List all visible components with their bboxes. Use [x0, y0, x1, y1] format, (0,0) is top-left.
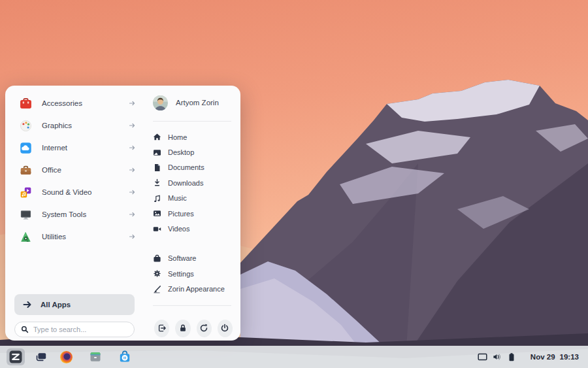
desktop-icon	[153, 148, 161, 157]
monitor-icon	[20, 209, 32, 221]
music-note-icon	[153, 194, 161, 203]
app-menu-panel: Accessories Graphics Internet	[5, 86, 240, 341]
avatar	[153, 95, 168, 110]
power-button[interactable]	[218, 320, 233, 337]
category-accessories[interactable]: Accessories	[5, 92, 144, 114]
place-label: Music	[168, 194, 187, 202]
place-label: Pictures	[168, 210, 194, 218]
chevron-right-icon	[128, 166, 136, 174]
software-store-icon	[118, 350, 131, 363]
chevron-right-icon	[128, 99, 136, 107]
picture-icon	[153, 209, 161, 218]
files-button[interactable]	[89, 350, 102, 363]
arrow-right-icon	[22, 299, 33, 310]
home-icon	[153, 133, 161, 141]
menu-item-label: Software	[168, 254, 196, 262]
system-tray: Nov 29 19:13	[478, 352, 581, 362]
category-label: Internet	[42, 144, 67, 152]
place-music[interactable]: Music	[153, 191, 233, 206]
place-label: Videos	[168, 225, 189, 233]
battery-icon[interactable]	[507, 352, 516, 362]
menu-item-settings[interactable]: Settings	[153, 266, 233, 281]
category-utilities[interactable]: Utilities	[5, 226, 144, 248]
restart-icon	[199, 324, 208, 333]
chevron-right-icon	[128, 233, 136, 241]
utilities-icon	[20, 231, 32, 243]
search-icon	[21, 326, 29, 333]
category-label: System Tools	[42, 210, 86, 218]
user-account[interactable]: Artyom Zorin	[153, 95, 233, 110]
video-camera-icon	[153, 225, 161, 233]
taskbar: Nov 29 19:13	[0, 346, 588, 368]
download-icon	[153, 178, 161, 187]
software-store-button[interactable]	[118, 350, 131, 363]
place-label: Downloads	[168, 179, 203, 187]
restart-button[interactable]	[197, 320, 212, 337]
chevron-right-icon	[128, 188, 136, 196]
briefcase-icon	[20, 164, 32, 176]
place-documents[interactable]: Documents	[153, 160, 233, 175]
firefox-button[interactable]	[60, 351, 73, 363]
all-apps-button[interactable]: All Apps	[14, 294, 135, 315]
category-column: Accessories Graphics Internet	[5, 86, 144, 341]
category-internet[interactable]: Internet	[5, 137, 144, 159]
clock-date: Nov 29	[531, 353, 555, 361]
volume-icon[interactable]	[493, 352, 502, 361]
category-graphics[interactable]: Graphics	[5, 114, 144, 137]
menu-item-zorin-appearance[interactable]: Zorin Appearance	[153, 282, 233, 297]
session-controls	[153, 320, 233, 337]
place-desktop[interactable]: Desktop	[153, 144, 233, 159]
category-system-tools[interactable]: System Tools	[5, 203, 144, 226]
category-label: Sound & Video	[42, 188, 92, 196]
cloud-icon	[20, 142, 32, 154]
search-field[interactable]	[14, 322, 135, 337]
places-list: Home Desktop Documents Downloads Music P…	[153, 129, 233, 237]
firefox-icon	[60, 351, 73, 363]
palette-icon	[20, 120, 32, 132]
window-switcher-icon	[35, 352, 47, 362]
system-list: Software Settings Zorin Appearance	[153, 251, 233, 297]
divider	[153, 305, 231, 306]
menu-item-software[interactable]: Software	[153, 251, 233, 266]
media-icon	[20, 186, 32, 199]
category-office[interactable]: Office	[5, 159, 144, 181]
chevron-right-icon	[128, 210, 136, 218]
category-sound-video[interactable]: Sound & Video	[5, 181, 144, 203]
document-icon	[153, 163, 161, 172]
logout-icon	[157, 324, 167, 333]
category-label: Graphics	[42, 122, 72, 129]
place-videos[interactable]: Videos	[153, 221, 233, 236]
file-cabinet-icon	[89, 350, 102, 363]
menu-item-label: Settings	[168, 270, 194, 278]
toolbox-icon	[20, 97, 32, 110]
place-label: Desktop	[168, 148, 194, 156]
lock-icon	[178, 324, 188, 333]
user-name: Artyom Zorin	[176, 99, 219, 107]
menu-item-label: Zorin Appearance	[168, 285, 225, 293]
appearance-brush-icon	[153, 285, 161, 293]
place-home[interactable]: Home	[153, 129, 233, 144]
logout-button[interactable]	[154, 320, 169, 337]
place-pictures[interactable]: Pictures	[153, 206, 233, 221]
places-column: Artyom Zorin Home Desktop Documents Down…	[144, 86, 240, 341]
clock[interactable]: Nov 29 19:13	[531, 353, 579, 361]
software-bag-icon	[153, 254, 161, 263]
zorin-logo-icon	[9, 350, 22, 363]
window-switcher-button[interactable]	[35, 352, 47, 362]
power-icon	[220, 324, 229, 333]
clock-time: 19:13	[560, 353, 579, 361]
all-apps-label: All Apps	[41, 301, 71, 309]
zorin-menu-button[interactable]	[7, 348, 25, 365]
search-input[interactable]	[33, 326, 128, 333]
lock-button[interactable]	[175, 320, 190, 337]
place-downloads[interactable]: Downloads	[153, 175, 233, 190]
chevron-right-icon	[128, 122, 136, 129]
gear-icon	[153, 269, 161, 278]
category-label: Utilities	[42, 233, 66, 241]
category-label: Office	[42, 166, 61, 174]
chevron-right-icon	[128, 144, 136, 152]
divider	[153, 121, 231, 122]
category-label: Accessories	[42, 99, 82, 107]
place-label: Documents	[168, 163, 204, 171]
display-icon[interactable]	[478, 352, 487, 361]
